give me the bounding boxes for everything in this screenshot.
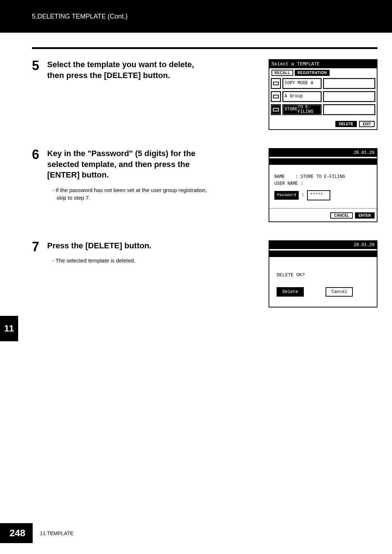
list-item-blank — [323, 104, 375, 115]
page-header: 5.DELETING TEMPLATE (Cont.) — [0, 0, 392, 33]
step-number: 6 — [32, 148, 43, 222]
template-icon — [273, 95, 279, 98]
list-row[interactable]: STORE TO E-FILING — [271, 104, 375, 115]
line1: STORE — [285, 107, 298, 112]
step-note: - The selected template is deleted. — [52, 257, 212, 264]
breadcrumb: 5.DELETING TEMPLATE (Cont.) — [32, 13, 127, 20]
step-title: Select the template you want to delete, … — [47, 59, 207, 81]
step-title: Key in the "Password" (5 digits) for the… — [47, 148, 207, 180]
step-5: 5 Select the template you want to delete… — [32, 59, 377, 130]
page-number: 248 — [0, 523, 33, 543]
user-label: USER NAME — [274, 181, 298, 186]
footer-label: 11.TEMPLATE — [40, 530, 73, 536]
template-icon — [273, 108, 279, 111]
step-number: 5 — [32, 59, 43, 130]
name-value: : STORE TO E-FILING — [295, 174, 345, 179]
divider — [32, 47, 377, 49]
list-row[interactable]: COPY MODE A — [271, 78, 375, 89]
list-item-blank — [323, 78, 375, 89]
password-label: Password — [274, 191, 299, 200]
confirm-cancel-button[interactable]: Cancel — [326, 287, 353, 297]
list-item-label-selected: STORE TO E-FILING — [282, 104, 322, 115]
page-footer: 248 11.TEMPLATE — [0, 523, 73, 543]
blank-bar — [269, 250, 377, 257]
line2: TO E-FILING — [298, 105, 321, 114]
date-label: 28.01.20 — [269, 149, 377, 157]
screen-template-list: Select a TEMPLATE RECALL REGISTRATION CO… — [269, 59, 377, 130]
name-label: NAME — [274, 174, 285, 179]
date-label: 28.01.20 — [269, 241, 377, 249]
step-number: 7 — [32, 240, 43, 307]
list-item-blank — [323, 91, 375, 102]
step-7: 7 Press the [DELETE] button. - The selec… — [32, 240, 377, 307]
confirm-prompt: DELETE OK? — [277, 272, 369, 278]
step-6: 6 Key in the "Password" (5 digits) for t… — [32, 148, 377, 222]
password-field[interactable]: ***** — [307, 190, 330, 200]
divider-dotted — [269, 208, 377, 209]
chapter-number: 11 — [4, 323, 14, 334]
enter-button[interactable]: ENTER — [355, 212, 375, 219]
chapter-tab: 11 — [0, 316, 18, 341]
tab-registration[interactable]: REGISTRATION — [295, 70, 330, 76]
step-title: Press the [DELETE] button. — [47, 240, 207, 251]
user-value: : — [301, 181, 303, 186]
confirm-delete-button[interactable]: Delete — [277, 287, 304, 297]
list-row[interactable]: A Group — [271, 91, 375, 102]
colon: : — [302, 192, 304, 199]
screen-confirm-delete: 28.01.20 DELETE OK? Delete Cancel — [269, 240, 377, 307]
tab-recall[interactable]: RECALL — [271, 70, 293, 76]
screen-password: 28.01.20 NAME : STORE TO E-FILING USER N… — [269, 148, 377, 222]
cancel-button[interactable]: CANCEL — [330, 212, 353, 219]
screen-title: Select a TEMPLATE — [269, 60, 377, 68]
list-item-label: A Group — [282, 91, 322, 102]
blank-bar — [269, 158, 377, 165]
list-item-label: COPY MODE A — [282, 78, 322, 89]
delete-button[interactable]: DELETE — [335, 121, 357, 127]
template-icon — [273, 82, 279, 85]
edit-button[interactable]: EDIT — [359, 121, 375, 127]
step-note: - If the password has not been set at th… — [52, 186, 212, 201]
